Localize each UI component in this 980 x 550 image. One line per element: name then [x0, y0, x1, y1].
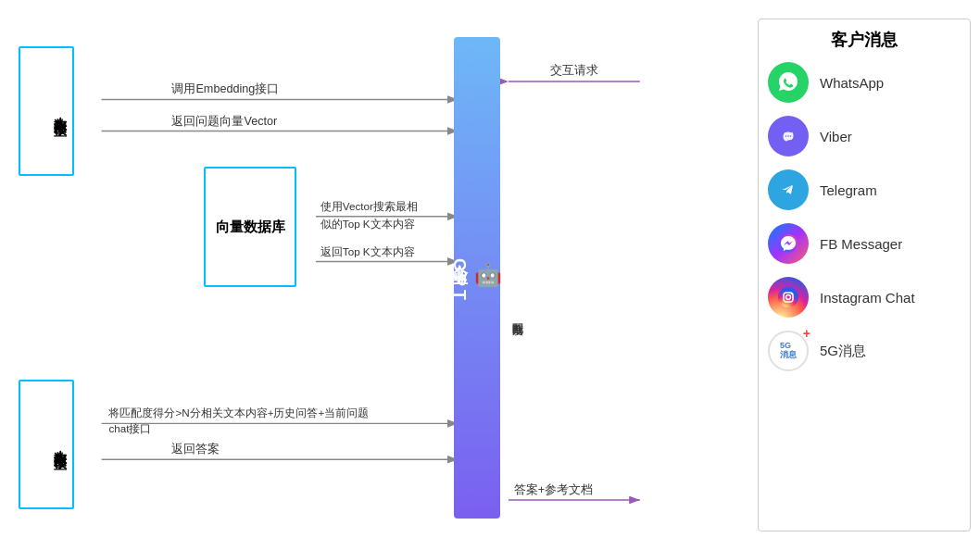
- flow-arrows: 调用Embedding接口 返回问题向量Vector 使用Vector搜索最相 …: [9, 19, 748, 531]
- svg-point-24: [785, 135, 787, 137]
- viber-label: Viber: [820, 129, 852, 144]
- gpt-label: 🤖 企业GPT: [448, 251, 506, 304]
- svg-point-29: [778, 287, 798, 307]
- customer-panel-title: 客户消息: [768, 29, 961, 51]
- gpt-column: 🤖 企业GPT: [454, 37, 500, 519]
- telegram-label: Telegram: [820, 182, 877, 198]
- instagram-icon: [768, 277, 809, 318]
- svg-text:交互请求: 交互请求: [550, 63, 598, 77]
- app-item-5g: 5G消息 + 5G消息: [768, 331, 961, 371]
- telegram-icon: [768, 169, 809, 210]
- svg-text:将匹配度得分>N分相关文本内容+历史问答+当前问题: 将匹配度得分>N分相关文本内容+历史问答+当前问题: [107, 406, 369, 419]
- svg-text:返回问题向量Vector: 返回问题向量Vector: [171, 115, 277, 128]
- svg-text:返回答案: 返回答案: [171, 442, 220, 456]
- app-item-viber: Viber: [768, 116, 961, 156]
- app-item-instagram: Instagram Chat: [768, 277, 961, 318]
- app-item-whatsapp: WhatsApp: [768, 62, 961, 103]
- svg-point-25: [787, 135, 789, 137]
- app-item-telegram: Telegram: [768, 169, 961, 210]
- svg-text:chat接口: chat接口: [108, 422, 151, 434]
- 5g-message-label: 5G消息: [820, 343, 866, 360]
- svg-point-26: [790, 135, 792, 137]
- svg-text:返回Top K文本内容: 返回Top K文本内容: [320, 245, 415, 257]
- svg-text:似的Top K文本内容: 似的Top K文本内容: [320, 218, 415, 230]
- fb-messenger-label: FB Messager: [820, 236, 902, 252]
- whatsapp-icon: [768, 62, 809, 103]
- customer-panel: 客户消息 WhatsApp Viber: [758, 19, 971, 531]
- svg-point-32: [791, 294, 793, 295]
- instagram-label: Instagram Chat: [820, 290, 915, 306]
- 5g-message-icon: 5G消息 +: [768, 331, 809, 371]
- robot-icon: 🤖: [474, 262, 506, 288]
- svg-text:答案+参考文档: 答案+参考文档: [514, 482, 593, 496]
- diagram-area: 大数据模型 大数据模型 向量数据库 🤖 企业GPT: [9, 19, 748, 531]
- main-container: 大数据模型 大数据模型 向量数据库 🤖 企业GPT: [0, 0, 980, 550]
- svg-text:调用Embedding接口: 调用Embedding接口: [171, 82, 279, 95]
- app-item-fbmessenger: FB Messager: [768, 223, 961, 264]
- svg-text:使用Vector搜索最相: 使用Vector搜索最相: [320, 200, 418, 212]
- viber-icon: [768, 116, 809, 156]
- whatsapp-label: WhatsApp: [820, 75, 884, 91]
- fb-messenger-icon: [768, 223, 809, 264]
